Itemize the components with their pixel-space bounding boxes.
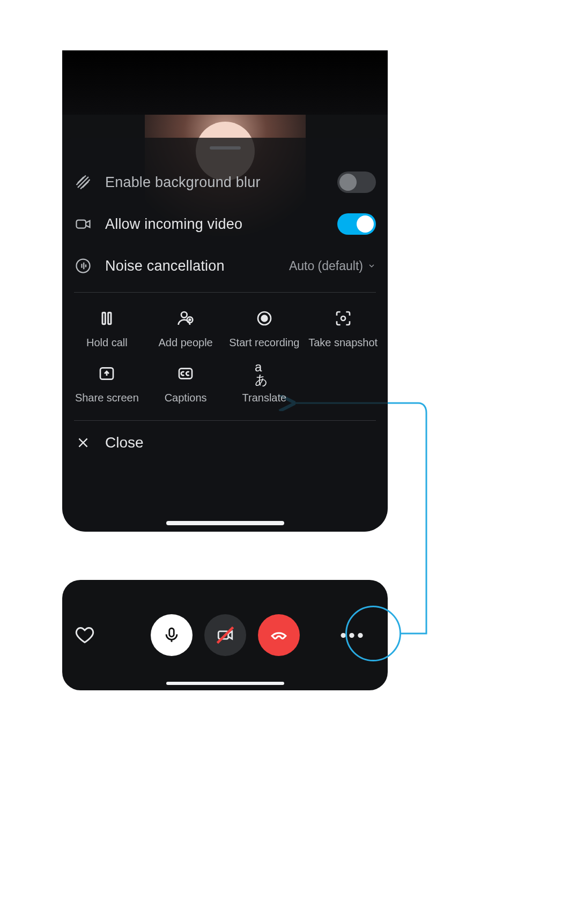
action-captions[interactable]: Captions bbox=[146, 364, 225, 404]
svg-point-7 bbox=[262, 316, 268, 322]
svg-rect-11 bbox=[169, 628, 174, 637]
setting-row-blur[interactable]: Enable background blur bbox=[62, 161, 388, 203]
home-indicator bbox=[166, 521, 284, 525]
video-icon bbox=[74, 215, 92, 233]
home-indicator bbox=[166, 682, 284, 685]
more-icon: ••• bbox=[340, 626, 366, 644]
translate-icon: aあ bbox=[255, 364, 274, 383]
action-add-people[interactable]: Add people bbox=[146, 309, 225, 349]
reaction-button[interactable] bbox=[73, 623, 97, 647]
action-grid: Hold call Add people bbox=[62, 293, 388, 409]
action-label: Share screen bbox=[75, 392, 139, 404]
setting-row-noise[interactable]: Noise cancellation Auto (default) bbox=[62, 245, 388, 287]
toggle-knob bbox=[339, 174, 357, 191]
toggle-knob bbox=[357, 215, 374, 233]
heart-icon bbox=[75, 625, 94, 645]
action-label: Hold call bbox=[86, 337, 128, 349]
action-label: Add people bbox=[159, 337, 213, 349]
camera-button[interactable] bbox=[204, 614, 246, 656]
more-actions-sheet: Enable background blur Allow incoming vi… bbox=[62, 138, 388, 532]
hangup-icon bbox=[270, 626, 288, 644]
action-share-screen[interactable]: Share screen bbox=[68, 364, 146, 404]
pause-icon bbox=[97, 309, 116, 328]
more-options-button[interactable]: ••• bbox=[332, 614, 374, 656]
svg-point-8 bbox=[341, 316, 345, 321]
blur-icon bbox=[74, 173, 92, 191]
call-controls bbox=[151, 614, 300, 656]
close-label: Close bbox=[105, 434, 144, 451]
microphone-icon bbox=[162, 626, 181, 644]
action-label: Captions bbox=[165, 392, 207, 404]
setting-row-incoming-video[interactable]: Allow incoming video bbox=[62, 203, 388, 245]
toggle-blur[interactable] bbox=[337, 172, 376, 193]
call-controls-bar: ••• bbox=[62, 580, 388, 690]
top-gradient bbox=[62, 50, 388, 115]
add-person-icon bbox=[176, 309, 195, 328]
snapshot-icon bbox=[334, 309, 353, 328]
svg-point-1 bbox=[77, 259, 90, 273]
action-take-snapshot[interactable]: Take snapshot bbox=[304, 309, 382, 349]
action-translate[interactable]: aあ Translate bbox=[225, 364, 304, 404]
record-icon bbox=[255, 309, 274, 328]
share-screen-icon bbox=[97, 364, 116, 383]
call-more-menu-screen: Enable background blur Allow incoming vi… bbox=[62, 50, 388, 532]
svg-rect-3 bbox=[108, 312, 111, 324]
chevron-down-icon bbox=[367, 262, 376, 270]
noise-cancellation-value: Auto (default) bbox=[289, 259, 363, 273]
action-start-recording[interactable]: Start recording bbox=[225, 309, 304, 349]
action-hold-call[interactable]: Hold call bbox=[68, 309, 146, 349]
close-icon bbox=[74, 434, 92, 452]
action-label: Take snapshot bbox=[308, 337, 378, 349]
svg-line-13 bbox=[217, 627, 233, 643]
action-label: Start recording bbox=[229, 337, 299, 349]
setting-label-blur: Enable background blur bbox=[105, 174, 337, 191]
settings-list: Enable background blur Allow incoming vi… bbox=[62, 161, 388, 287]
svg-point-4 bbox=[181, 312, 187, 318]
toggle-incoming-video[interactable] bbox=[337, 213, 376, 235]
svg-rect-2 bbox=[102, 312, 105, 324]
audio-icon bbox=[74, 257, 92, 275]
sheet-grabber[interactable] bbox=[210, 146, 241, 150]
close-button[interactable]: Close bbox=[62, 421, 388, 465]
hangup-button[interactable] bbox=[258, 614, 300, 656]
captions-icon bbox=[176, 364, 195, 383]
action-label: Translate bbox=[242, 392, 287, 404]
noise-cancellation-dropdown[interactable]: Auto (default) bbox=[289, 259, 376, 273]
svg-rect-0 bbox=[77, 220, 86, 228]
setting-label-noise: Noise cancellation bbox=[105, 258, 289, 274]
slash-icon bbox=[213, 623, 237, 647]
mute-button[interactable] bbox=[151, 614, 193, 656]
setting-label-incoming-video: Allow incoming video bbox=[105, 216, 337, 233]
